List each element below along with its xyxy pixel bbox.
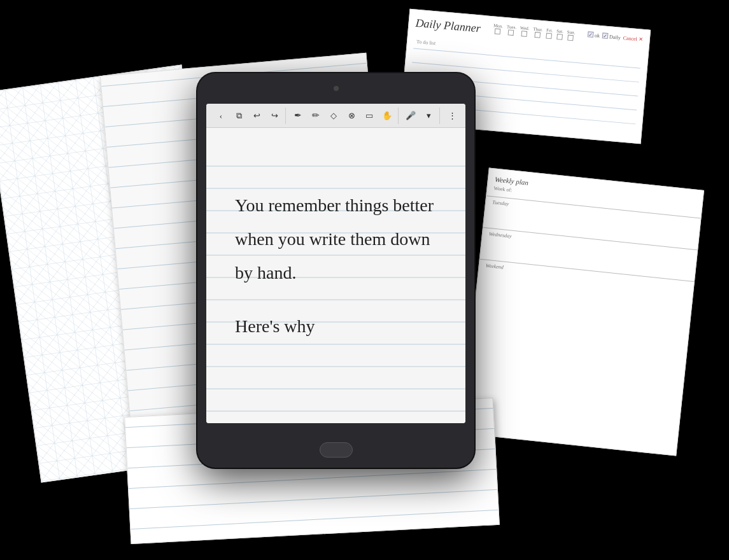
text-line-3: by hand.	[235, 259, 446, 288]
highlighter-btn[interactable]: ✏	[308, 108, 324, 124]
eraser-btn[interactable]: ⊗	[343, 108, 360, 124]
daily-planner-title: Daily Planner	[415, 17, 481, 36]
copy-btn[interactable]: ⧉	[230, 108, 247, 124]
mic-btn[interactable]: 🎤	[402, 108, 419, 124]
more-btn[interactable]: ⋮	[444, 108, 460, 124]
cancel-label: Cancel ✕	[623, 35, 643, 43]
pen-tool-btn[interactable]: ✒	[290, 108, 306, 124]
toolbar: ‹ ⧉ ↩ ↪ ✒ ✏ ◇ ⊗ ▭ ✋ 🎤 ▾ ⋮	[206, 104, 465, 128]
toolbar-mic-group: 🎤 ▾	[400, 108, 440, 124]
main-scene: Daily Planner Mon. Tues. Wed. Thur.	[0, 0, 729, 560]
hand-btn[interactable]: ✋	[379, 108, 395, 124]
text-line-1: You remember things better	[235, 192, 446, 220]
mic-dropdown-btn[interactable]: ▾	[420, 108, 437, 124]
weekly-plan-paper: Weekly plan Week of: Tuesday Wednesday W…	[461, 167, 704, 456]
doc-btn[interactable]: ≡	[462, 108, 465, 124]
toolbar-menu-group: ⋮ ≡ ⬜	[441, 108, 465, 124]
note-content: You remember things better when you writ…	[206, 128, 465, 423]
select-btn[interactable]: ▭	[361, 108, 378, 124]
handwriting-text: You remember things better when you writ…	[225, 141, 446, 341]
text-line-4: Here's why	[235, 312, 446, 341]
back-btn[interactable]: ‹	[213, 108, 229, 124]
home-button[interactable]	[320, 442, 353, 458]
tablet: ‹ ⧉ ↩ ↪ ✒ ✏ ◇ ⊗ ▭ ✋ 🎤 ▾ ⋮	[197, 73, 474, 468]
tablet-camera	[334, 86, 339, 91]
shape-btn[interactable]: ◇	[325, 108, 342, 124]
redo-btn[interactable]: ↪	[266, 108, 283, 124]
day-checkboxes: Mon. Tues. Wed. Thur. Fri.	[493, 23, 576, 42]
toolbar-tools-group: ✒ ✏ ◇ ⊗ ▭ ✋	[287, 108, 399, 124]
text-line-2: when you write them down	[235, 225, 446, 254]
undo-btn[interactable]: ↩	[248, 108, 265, 124]
daily-checkbox: ✓ Daily	[602, 32, 621, 40]
toolbar-nav-group: ‹ ⧉ ↩ ↪	[210, 108, 286, 124]
tablet-screen: ‹ ⧉ ↩ ↪ ✒ ✏ ◇ ⊗ ▭ ✋ 🎤 ▾ ⋮	[206, 104, 465, 423]
ok-checkbox: ✓ ok	[588, 31, 600, 39]
